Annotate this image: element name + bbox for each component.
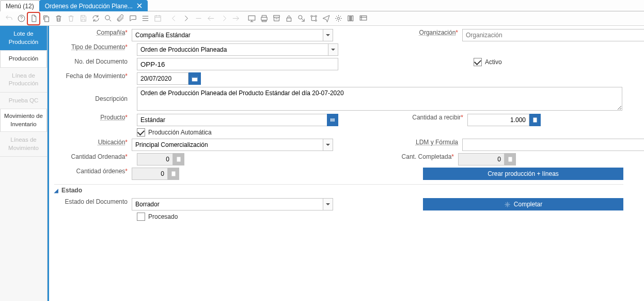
next-button[interactable] — [217, 13, 229, 24]
ldm-input[interactable] — [462, 139, 644, 151]
ubicacion-select[interactable] — [132, 139, 333, 151]
crear-produccion-button[interactable]: Crear producción + líneas — [423, 168, 623, 180]
sidebar-item-label: Líneas de Movimiento — [8, 137, 39, 151]
tipo-doc-input[interactable] — [137, 43, 338, 56]
estado-doc-input[interactable] — [132, 198, 333, 210]
organizacion-input[interactable] — [462, 29, 644, 41]
help-button[interactable] — [15, 13, 27, 24]
producto-input[interactable] — [137, 114, 338, 126]
dropdown-icon[interactable] — [323, 139, 333, 151]
new-record-button[interactable] — [28, 13, 39, 24]
send-button[interactable] — [320, 13, 332, 24]
label-organizacion: Organización* — [333, 29, 462, 36]
calendar-button[interactable] — [152, 13, 163, 24]
descripcion-textarea[interactable] — [137, 87, 622, 111]
sidebar-item-label: Lote de Producción — [9, 31, 39, 45]
collapse-icon: ◢ — [54, 188, 58, 193]
last-button[interactable] — [230, 13, 241, 24]
prev-parent-button[interactable] — [168, 13, 179, 24]
tab-menu[interactable]: Menú (12) — [0, 0, 40, 11]
zoom-across-button[interactable] — [295, 13, 307, 24]
prev-button[interactable] — [205, 13, 216, 24]
svg-point-11 — [315, 20, 317, 21]
archive-button[interactable] — [271, 13, 282, 24]
completar-button[interactable]: Completar — [423, 198, 623, 210]
svg-rect-18 — [192, 77, 198, 78]
prod-auto-label: Producción Automática — [148, 129, 212, 136]
refresh-button[interactable] — [90, 13, 101, 24]
sidebar-item-produccion[interactable]: Producción — [0, 51, 47, 68]
lock-button[interactable] — [283, 13, 294, 24]
calc-icon[interactable] — [505, 153, 516, 165]
svg-rect-15 — [351, 16, 353, 21]
estado-doc-select[interactable] — [132, 198, 333, 210]
calc-icon[interactable] — [173, 153, 184, 165]
sidebar-item-label: Movimiento de Inventario — [4, 113, 43, 127]
ubicacion-input[interactable] — [132, 139, 333, 151]
calc-icon[interactable] — [529, 114, 541, 126]
chat-button[interactable] — [127, 13, 138, 24]
no-doc-input[interactable] — [137, 58, 338, 70]
side-navigation: Lote de Producción Producción Línea de P… — [0, 26, 48, 301]
label-fecha-mov: Fecha de Movimiento* — [54, 72, 132, 80]
delete-button[interactable] — [53, 13, 64, 24]
label-tipo-doc: Tipo de Documento* — [54, 43, 132, 51]
separator — [165, 13, 166, 24]
compania-select[interactable] — [132, 29, 333, 41]
dropdown-icon[interactable] — [323, 29, 333, 41]
svg-rect-7 — [287, 18, 291, 21]
dropdown-icon[interactable] — [328, 43, 338, 56]
svg-rect-4 — [154, 16, 160, 22]
checkbox-icon — [137, 128, 145, 137]
print-button[interactable] — [258, 13, 270, 24]
close-icon[interactable] — [137, 3, 142, 10]
calendar-icon[interactable] — [189, 72, 201, 85]
label-cant-ord: Cantidad Ordenada* — [54, 153, 132, 160]
svg-rect-24 — [177, 157, 181, 162]
undo-button[interactable] — [3, 13, 14, 24]
svg-rect-16 — [360, 16, 367, 21]
tab-active[interactable]: Ordenes de Producción Plane... — [39, 0, 148, 11]
cant-recibir-input[interactable] — [467, 114, 529, 126]
label-ldm: LDM y Fórmula — [333, 139, 462, 146]
procesado-checkbox[interactable]: Procesado — [137, 213, 178, 221]
prod-auto-checkbox[interactable]: Producción Automática — [137, 128, 212, 137]
product-info-button[interactable] — [345, 13, 356, 24]
sidebar-item-label: Línea de Producción — [9, 72, 39, 87]
attach-button[interactable] — [115, 13, 126, 24]
process-gear-button[interactable] — [333, 13, 344, 24]
organizacion-select[interactable] — [462, 29, 644, 41]
workflow-button[interactable] — [308, 13, 319, 24]
svg-rect-5 — [248, 16, 255, 21]
svg-point-12 — [337, 17, 339, 19]
sidebar-item-prueba-qc[interactable]: Prueba QC — [0, 93, 47, 110]
find-button[interactable] — [102, 13, 114, 24]
section-estado-label: Estado — [61, 187, 82, 194]
sidebar-item-lote-produccion[interactable]: Lote de Producción — [0, 26, 47, 51]
compania-input[interactable] — [132, 29, 333, 41]
next-parent-button[interactable] — [180, 13, 192, 24]
first-button[interactable] — [193, 13, 204, 24]
grid-toggle-button[interactable] — [139, 13, 151, 24]
dropdown-icon[interactable] — [323, 198, 333, 210]
copy-button[interactable] — [40, 13, 52, 24]
report-button[interactable] — [246, 13, 257, 24]
calc-icon[interactable] — [168, 168, 179, 180]
sidebar-item-linea-produccion[interactable]: Línea de Producción — [0, 68, 47, 93]
procesado-label: Procesado — [148, 213, 178, 220]
sidebar-item-movimiento-inventario[interactable]: Movimiento de Inventario — [0, 109, 47, 132]
sidebar-item-label: Prueba QC — [9, 97, 39, 103]
svg-rect-19 — [331, 118, 332, 122]
fecha-mov-input[interactable] — [137, 72, 189, 85]
product-lookup-icon[interactable] — [327, 114, 338, 126]
fecha-mov-field[interactable] — [137, 72, 189, 85]
delete-selection-button[interactable] — [65, 13, 76, 24]
activo-checkbox[interactable]: Activo — [474, 58, 502, 66]
tipo-doc-select[interactable] — [137, 43, 338, 56]
section-estado-header[interactable]: ◢ Estado — [54, 187, 623, 194]
sidebar-item-lineas-movimiento[interactable]: Líneas de Movimiento — [0, 132, 47, 157]
csv-import-button[interactable] — [357, 13, 369, 24]
save-button[interactable] — [77, 13, 89, 24]
producto-select[interactable] — [137, 114, 338, 126]
checkbox-icon — [137, 213, 145, 221]
